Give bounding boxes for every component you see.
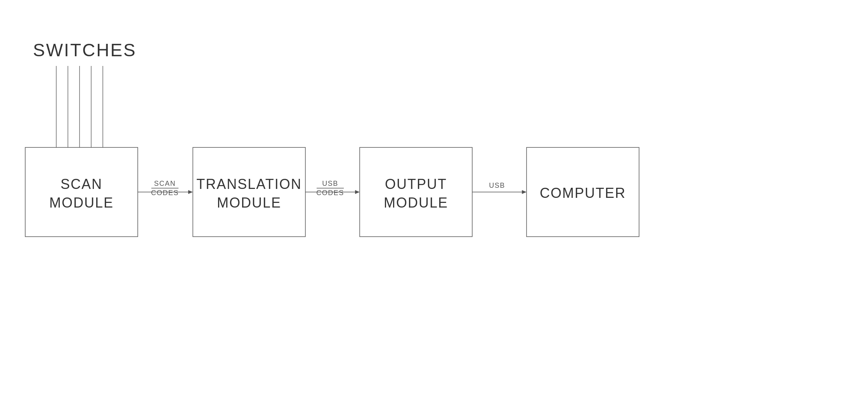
usb-codes-label-line1: USB bbox=[322, 180, 338, 187]
output-module-label-line2: MODULE bbox=[384, 195, 448, 211]
scan-codes-arrowhead bbox=[188, 190, 193, 194]
diagram-container: SWITCHES SCAN MODULE SCAN CODES TRANSLAT… bbox=[0, 0, 868, 412]
translation-module-label-line2: MODULE bbox=[217, 195, 281, 211]
usb-label-line1: USB bbox=[489, 182, 505, 189]
usb-arrowhead bbox=[522, 190, 527, 194]
output-module-label-line1: OUTPUT bbox=[385, 176, 447, 192]
scan-module-label-line2: MODULE bbox=[49, 195, 114, 211]
translation-module-label-line1: TRANSLATION bbox=[196, 176, 301, 192]
scan-module-label-line1: SCAN bbox=[61, 176, 102, 192]
switches-label: SWITCHES bbox=[33, 40, 137, 60]
usb-codes-label-line2: CODES bbox=[316, 189, 344, 197]
computer-label: COMPUTER bbox=[540, 185, 626, 201]
scan-codes-label-line2: CODES bbox=[151, 189, 179, 197]
translation-module-box bbox=[193, 147, 305, 237]
scan-module-box bbox=[25, 147, 138, 237]
output-module-box bbox=[360, 147, 472, 237]
usb-codes-arrowhead bbox=[355, 190, 360, 194]
scan-codes-label-line1: SCAN bbox=[154, 180, 176, 187]
